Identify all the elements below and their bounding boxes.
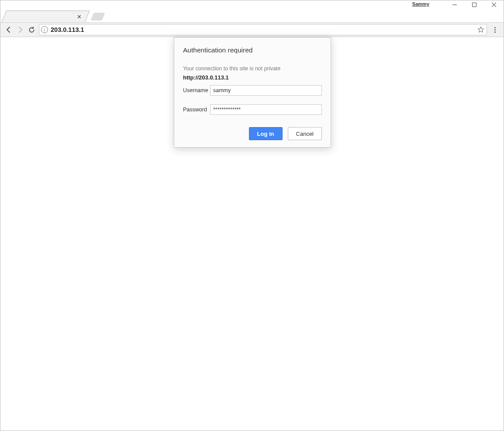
back-button[interactable] bbox=[3, 24, 14, 35]
window-user-label[interactable]: Sammy bbox=[412, 1, 429, 7]
bookmark-star-icon[interactable] bbox=[477, 26, 485, 34]
new-tab-button[interactable] bbox=[90, 13, 105, 21]
auth-dialog-title: Authentication required bbox=[183, 46, 322, 54]
password-input[interactable] bbox=[210, 104, 322, 115]
window-minimize-button[interactable] bbox=[445, 0, 464, 9]
username-label: Username bbox=[183, 87, 210, 93]
svg-rect-1 bbox=[472, 3, 476, 7]
tab-close-icon[interactable]: ✕ bbox=[76, 14, 83, 20]
password-label: Password bbox=[183, 107, 210, 113]
window-close-button[interactable] bbox=[484, 0, 504, 9]
svg-marker-4 bbox=[478, 27, 483, 32]
auth-dialog-site: http://203.0.113.1 bbox=[183, 74, 322, 81]
login-button[interactable]: Log in bbox=[249, 127, 283, 140]
chrome-menu-button[interactable] bbox=[489, 24, 501, 35]
auth-dialog-warning: Your connection to this site is not priv… bbox=[183, 66, 322, 72]
site-info-icon[interactable]: i bbox=[41, 26, 48, 33]
window-titlebar: Sammy bbox=[0, 0, 504, 9]
browser-toolbar: i 203.0.113.1 bbox=[0, 22, 504, 37]
cancel-button[interactable]: Cancel bbox=[288, 127, 322, 140]
address-bar[interactable]: i 203.0.113.1 bbox=[39, 24, 487, 35]
browser-tab[interactable]: ✕ bbox=[2, 10, 90, 22]
reload-button[interactable] bbox=[26, 24, 37, 35]
page-content: Authentication required Your connection … bbox=[0, 37, 504, 431]
forward-button[interactable] bbox=[14, 24, 26, 35]
auth-dialog: Authentication required Your connection … bbox=[174, 37, 331, 148]
window-maximize-button[interactable] bbox=[464, 0, 484, 9]
browser-tab-strip: ✕ bbox=[0, 9, 504, 22]
username-input[interactable] bbox=[210, 85, 322, 96]
address-url[interactable]: 203.0.113.1 bbox=[51, 26, 477, 33]
